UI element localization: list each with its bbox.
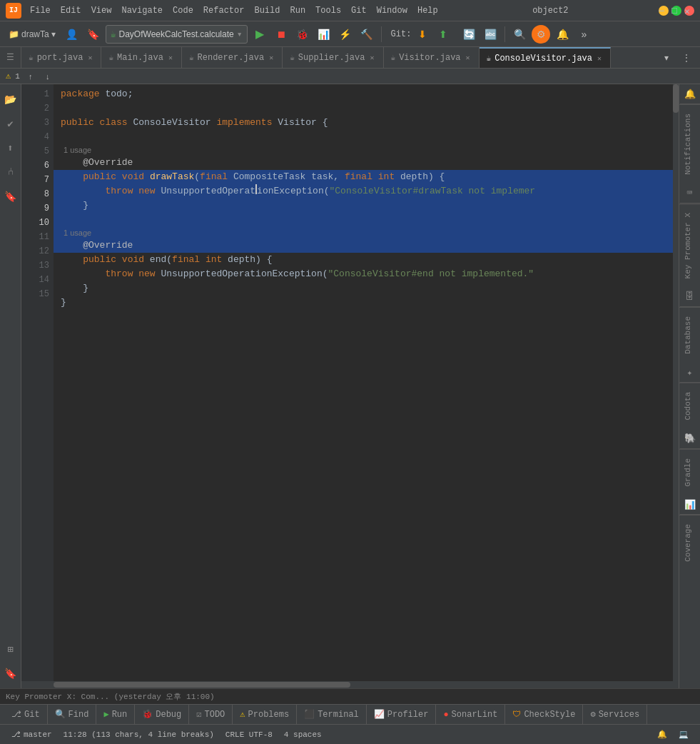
tab-main[interactable]: ☕ Main.java ✕ [101,47,181,68]
bottom-tab-git[interactable]: ⎇ Git [4,705,48,724]
tab-port[interactable]: ☕ port.java ✕ [21,47,101,68]
bottom-tab-services[interactable]: ⚙ Services [583,705,647,724]
find-tab-icon: 🔍 [55,709,66,720]
warning-up-button[interactable]: ↑ [24,70,37,83]
menu-help[interactable]: Help [413,4,442,17]
menu-view[interactable]: View [87,4,116,17]
tab-visitor[interactable]: ☕ Visitor.java ✕ [384,47,480,68]
right-panel-keypromoter-icon[interactable]: ⌨ [680,184,700,203]
scroll-thumb[interactable] [673,84,679,113]
tab-more-button[interactable]: ⋮ [677,49,696,67]
notifications-button[interactable]: 🔔 [553,25,572,44]
sidebar-structure-icon[interactable]: ⊞ [1,640,20,658]
tab-dropdown-button[interactable]: ▾ [657,49,676,67]
bottom-tab-terminal[interactable]: ⬛ Terminal [297,705,367,724]
git-pull-button[interactable]: ⬆ [434,25,452,44]
right-panel-notifications-icon[interactable]: 🔔 [680,84,700,104]
bottom-tab-run[interactable]: ▶ Run [96,705,135,724]
tab-close-supplier[interactable]: ✕ [368,53,375,63]
build-button[interactable]: 🔨 [357,25,376,44]
tab-close-visitor[interactable]: ✕ [465,53,472,63]
sidebar-bookmark2-icon[interactable]: 🔖 [1,187,20,206]
right-panel-coverage-icon[interactable]: 📊 [680,495,700,515]
translate-button[interactable]: 🔤 [481,25,499,44]
coverage-button[interactable]: 📊 [315,25,333,44]
window-title: object2 [447,6,654,16]
sidebar-project-icon[interactable]: 📂 [1,90,20,109]
sidebar-github-icon[interactable]: ⑃ [1,163,20,181]
right-panel-gradle[interactable]: Gradle [679,449,700,496]
status-encoding[interactable]: CRLE UTF-8 [220,725,278,744]
right-panel-database-icon[interactable]: 🗄 [680,287,700,307]
tab-supplier[interactable]: ☕ Supplier.java ✕ [283,47,383,68]
right-panel-coverage[interactable]: Coverage [679,515,700,570]
status-position[interactable]: 11:28 (113 chars, 4 line breaks) [58,725,220,744]
history-button[interactable]: 🔄 [460,25,478,44]
status-branch[interactable]: ⎇ master [6,725,58,744]
menu-navigate[interactable]: Navigate [117,4,167,17]
menu-window[interactable]: Window [372,4,412,17]
h-scrollbar[interactable] [54,682,646,688]
project-dropdown-icon: ▾ [51,29,56,39]
menu-file[interactable]: File [26,4,55,17]
code-token: void [122,170,144,184]
code-area[interactable]: package todo; public class ConsoleVisito… [54,84,679,681]
tab-close-consolevisitor[interactable]: ✕ [596,54,603,64]
menu-run[interactable]: Run [285,4,310,17]
right-panel-gradle-icon[interactable]: 🐘 [680,429,700,449]
tab-close-port[interactable]: ✕ [86,53,93,63]
menu-refactor[interactable]: Refactor [199,4,249,17]
menu-edit[interactable]: Edit [56,4,86,17]
find-tab-label: Find [69,710,89,720]
status-notifications[interactable]: 🔔 [651,725,673,744]
sidebar-commit-icon[interactable]: ✔ [1,114,20,133]
bottom-tab-checkstyle[interactable]: 🛡 CheckStyle [505,705,583,724]
right-panel-codota[interactable]: Codota [679,383,700,429]
sidebar-bookmarks-icon[interactable]: 🔖 [1,664,20,683]
project-dropdown[interactable]: 📁 drawTa ▾ [4,24,60,44]
user-button[interactable]: 👤 [63,25,81,44]
tab-consolevisitor[interactable]: ☕ ConsoleVisitor.java ✕ [480,47,611,68]
menu-bar[interactable]: File Edit View Navigate Code Refactor Bu… [26,4,442,17]
editor-content[interactable]: 1 2 3 4 5 ⚙ 6 7 8 9 10 ⚙ 11 12 13 14 [21,84,679,681]
status-indent[interactable]: 4 spaces [278,725,328,744]
debug-button[interactable]: 🐞 [293,25,312,44]
bottom-tab-sonarlint[interactable]: ● SonarLint [436,705,505,724]
search-button[interactable]: 🔍 [510,25,529,44]
vertical-scrollbar[interactable] [673,84,679,681]
warning-down-button[interactable]: ↓ [41,70,54,83]
sidebar-toggle-icon[interactable]: ☰ [6,52,14,63]
right-panel-database[interactable]: Database [679,307,700,363]
profile-button[interactable]: ⚡ [336,25,355,44]
run-button[interactable]: ▶ [250,25,269,44]
tab-close-main[interactable]: ✕ [167,53,174,63]
window-controls[interactable]: ─ □ ✕ [659,6,694,16]
close-button[interactable]: ✕ [684,6,694,16]
menu-tools[interactable]: Tools [311,4,345,17]
tab-renderer[interactable]: ☕ Renderer.java ✕ [182,47,283,68]
bottom-tab-problems[interactable]: ⚠ Problems [233,705,297,724]
maximize-button[interactable]: □ [671,6,681,16]
bottom-tab-todo[interactable]: ☑ TODO [189,705,233,724]
line-num-4: 4 [21,130,49,144]
bookmark-button[interactable]: 🔖 [84,25,103,44]
right-panel-codota-icon[interactable]: ✦ [680,363,700,383]
git-push-button[interactable]: ⬇ [413,25,432,44]
more-button[interactable]: » [574,25,593,44]
bottom-tab-debug[interactable]: 🐞 Debug [135,705,189,724]
bottom-tab-find[interactable]: 🔍 Find [48,705,97,724]
sidebar-pull-requests-icon[interactable]: ⬆ [1,139,20,157]
h-scroll-thumb[interactable] [54,682,350,688]
menu-build[interactable]: Build [250,4,284,17]
settings-button[interactable]: ⚙ [532,25,550,44]
menu-code[interactable]: Code [168,4,198,17]
bottom-tab-profiler[interactable]: 📈 Profiler [367,705,437,724]
run-config-wrap[interactable]: ☕ DayOfWeekCalcTest.calculate ▾ [106,25,248,44]
stop-button[interactable]: ⏹ [272,25,290,44]
tab-close-renderer[interactable]: ✕ [268,53,275,63]
minimize-button[interactable]: ─ [659,6,669,16]
menu-git[interactable]: Git [347,4,371,17]
right-panel-notifications[interactable]: Notifications [679,104,700,184]
right-panel-keypromoter[interactable]: Key Promoter X [679,203,700,287]
status-memory[interactable]: 💻 [673,725,694,744]
